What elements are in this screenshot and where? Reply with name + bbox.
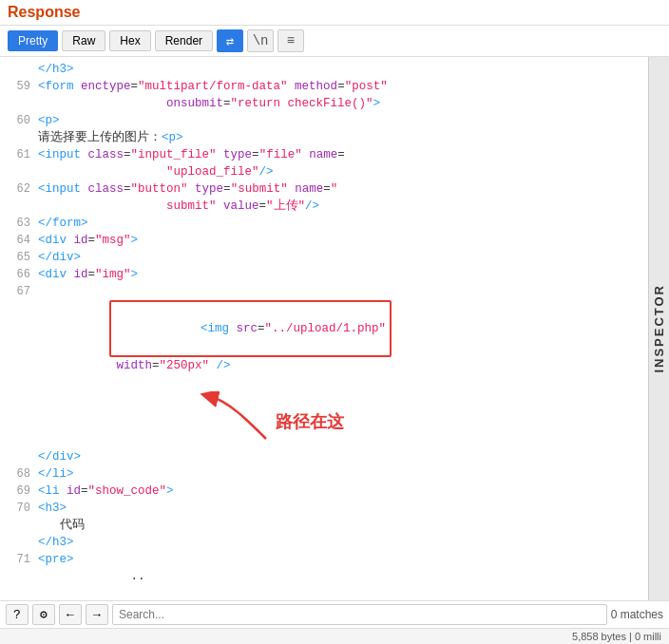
toolbar: Pretty Raw Hex Render ⇄ \n ≡ bbox=[0, 26, 669, 57]
help-button[interactable]: ? bbox=[6, 604, 29, 625]
code-line-67: 67 <img src="../upload/1.php" width="250… bbox=[0, 283, 648, 391]
header: Response bbox=[0, 0, 669, 26]
code-line: 68 </li> bbox=[0, 465, 648, 483]
code-line: 69 <li id="show_code"> bbox=[0, 483, 648, 500]
code-line: 60 <p> bbox=[0, 112, 648, 129]
code-line: 65 </div> bbox=[0, 249, 648, 266]
tab-render[interactable]: Render bbox=[155, 30, 213, 51]
settings-button[interactable]: ⚙ bbox=[32, 604, 55, 625]
code-line: 59 <form enctype="multipart/form-data" m… bbox=[0, 78, 648, 112]
code-line: </h3> bbox=[0, 534, 648, 551]
tab-pretty[interactable]: Pretty bbox=[8, 30, 58, 51]
annotation-area: 路径在这 bbox=[0, 391, 648, 448]
format-icon[interactable]: ⇄ bbox=[217, 29, 243, 52]
code-line: </div> bbox=[0, 448, 648, 465]
main-area: </h3> 59 <form enctype="multipart/form-d… bbox=[0, 57, 669, 600]
code-line: 请选择要上传的图片：<p> bbox=[0, 129, 648, 146]
code-line: 66 <div id="img"> bbox=[0, 266, 648, 283]
status-text: 5,858 bytes | 0 milli bbox=[572, 631, 661, 642]
match-count: 0 matches bbox=[611, 608, 663, 621]
code-line: 70 <h3> bbox=[0, 500, 648, 517]
code-line: .. bbox=[0, 568, 648, 585]
status-bar: 5,858 bytes | 0 milli bbox=[0, 628, 669, 644]
newline-icon[interactable]: \n bbox=[247, 29, 274, 52]
bottom-bar: ? ⚙ ← → 0 matches bbox=[0, 600, 669, 628]
code-panel-wrapper: </h3> 59 <form enctype="multipart/form-d… bbox=[0, 57, 648, 600]
code-line: </h3> bbox=[0, 61, 648, 78]
code-line: 64 <div id="msg"> bbox=[0, 232, 648, 249]
code-line: 61 <input class="input_file" type="file"… bbox=[0, 146, 648, 180]
code-panel[interactable]: </h3> 59 <form enctype="multipart/form-d… bbox=[0, 57, 648, 600]
tab-raw[interactable]: Raw bbox=[62, 30, 105, 51]
forward-button[interactable]: → bbox=[86, 604, 108, 625]
inspector-sidebar: INSPECTOR bbox=[648, 57, 669, 600]
inspector-label: INSPECTOR bbox=[652, 284, 666, 373]
menu-icon[interactable]: ≡ bbox=[277, 29, 304, 52]
header-title: Response bbox=[8, 4, 80, 21]
back-button[interactable]: ← bbox=[59, 604, 82, 625]
code-line: 71 <pre> bbox=[0, 551, 648, 568]
search-input[interactable] bbox=[112, 604, 607, 625]
tab-hex[interactable]: Hex bbox=[109, 30, 150, 51]
code-line: 代码 bbox=[0, 517, 648, 534]
code-line: 62 <input class="button" type="submit" n… bbox=[0, 180, 648, 215]
annotation-text: 路径在这 bbox=[276, 410, 344, 433]
code-line: 63 </form> bbox=[0, 215, 648, 232]
